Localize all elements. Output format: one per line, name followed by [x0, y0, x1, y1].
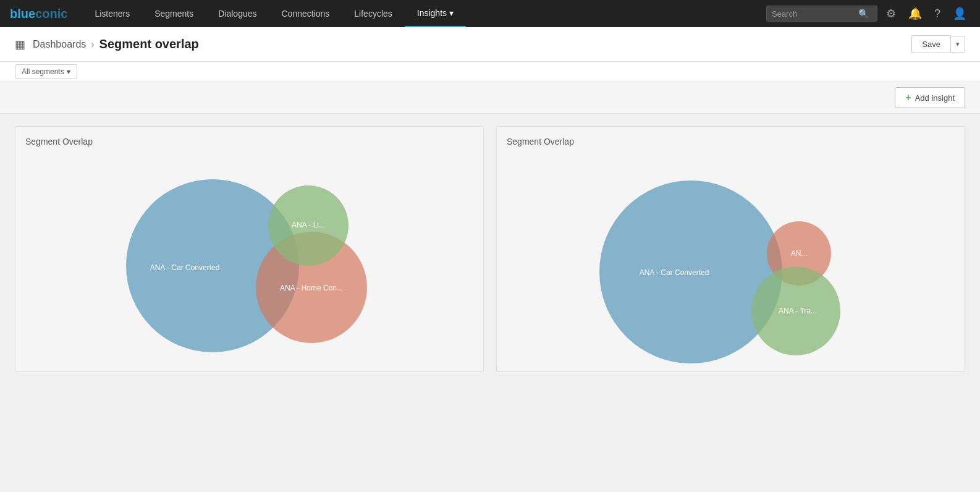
label-car-converted-2: ANA - Car Converted [639, 268, 709, 277]
notifications-icon[interactable]: 🔔 [905, 4, 926, 23]
search-icon: 🔍 [858, 9, 869, 19]
nav-lifecycles[interactable]: Lifecycles [342, 0, 404, 27]
brand-logo[interactable]: blueconic [10, 7, 67, 21]
filter-label: All segments [22, 67, 64, 76]
filter-bar: All segments ▾ [0, 62, 980, 82]
toolbar: + Add insight [0, 82, 980, 114]
brand-blue: blue [10, 7, 35, 20]
label-tra-2: ANA - Tra... [778, 307, 816, 315]
nav-links: Listeners Segments Dialogues Connections… [82, 0, 766, 27]
add-insight-label: Add insight [915, 93, 955, 103]
label-car-converted-1: ANA - Car Converted [150, 263, 219, 272]
header-actions: Save ▾ [911, 35, 965, 53]
label-li-1: ANA - Li... [291, 221, 324, 229]
dashboard-icon: ▦ [15, 38, 25, 51]
insight-card-1: Segment Overlap ANA - Car Converted ANA … [15, 126, 484, 372]
save-button[interactable]: Save [911, 35, 950, 53]
breadcrumb: ▦ Dashboards › Segment overlap [15, 37, 199, 51]
filter-chevron: ▾ [67, 67, 70, 76]
filter-dropdown[interactable]: All segments ▾ [15, 64, 77, 79]
add-icon: + [905, 92, 911, 103]
navbar: blueconic Listeners Segments Dialogues C… [0, 0, 980, 27]
nav-segments[interactable]: Segments [142, 0, 206, 27]
page-header: ▦ Dashboards › Segment overlap Save ▾ [0, 27, 980, 62]
save-dropdown-button[interactable]: ▾ [950, 36, 965, 53]
label-home-converted-1: ANA - Home Con... [279, 284, 342, 292]
main-content: Segment Overlap ANA - Car Converted ANA … [0, 114, 980, 384]
venn-diagram-1: ANA - Car Converted ANA - Home Con... AN… [25, 151, 473, 362]
venn-diagram-2: ANA - Car Converted AN... ANA - Tra... [507, 151, 955, 362]
insight-title-1: Segment Overlap [25, 137, 473, 146]
brand-dark: conic [35, 7, 67, 20]
label-an-2: AN... [790, 249, 807, 258]
search-box[interactable]: 🔍 [766, 6, 877, 22]
nav-listeners[interactable]: Listeners [82, 0, 142, 27]
search-input[interactable] [772, 9, 858, 19]
help-icon[interactable]: ? [931, 5, 944, 23]
nav-connections[interactable]: Connections [269, 0, 342, 27]
insight-card-2: Segment Overlap ANA - Car Converted AN..… [496, 126, 965, 372]
nav-insights[interactable]: Insights ▾ [405, 0, 466, 27]
nav-dialogues[interactable]: Dialogues [206, 0, 269, 27]
page-title: Segment overlap [99, 37, 199, 51]
insight-title-2: Segment Overlap [507, 137, 955, 146]
nav-right: 🔍 ⚙ 🔔 ? 👤 [766, 4, 970, 23]
breadcrumb-separator: › [91, 39, 94, 50]
user-icon[interactable]: 👤 [949, 4, 970, 23]
breadcrumb-root[interactable]: Dashboards [33, 39, 86, 50]
add-insight-button[interactable]: + Add insight [895, 87, 965, 108]
settings-icon[interactable]: ⚙ [882, 4, 900, 23]
